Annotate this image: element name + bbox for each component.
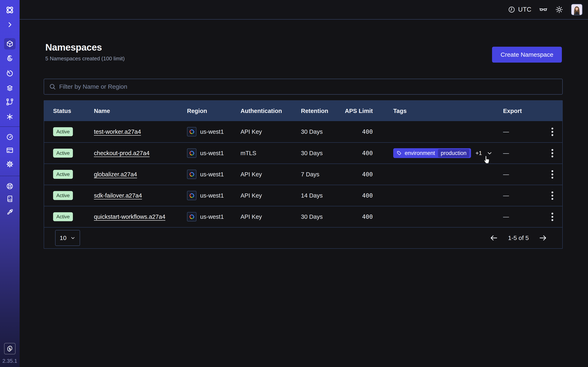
row-menu-button[interactable] [544,128,562,136]
rocket-icon [6,208,13,216]
region-label: us-west1 [200,128,224,135]
col-header-status: Status [44,108,94,114]
svg-text:$: $ [9,347,11,351]
region-cell: us-west1 [187,191,241,200]
retention-cell: 14 Days [301,192,337,199]
sidebar-item-namespaces[interactable] [4,38,16,50]
table-body: Active test-worker.a27a4 us-west1 API Ke… [44,121,562,227]
sidebar-item-settings[interactable] [4,158,16,170]
table-row: Active checkout-prod.a27a4 us-west1 mTLS… [44,142,562,164]
sidebar-item-batch-operations[interactable] [4,111,16,123]
col-header-aps-limit: APS Limit [337,108,373,114]
col-header-region: Region [187,108,241,114]
region-cell: us-west1 [187,170,241,179]
tags-expand-chevron-icon[interactable] [486,150,493,156]
region-cell: us-west1 [187,212,241,221]
tags-cell: environment production +1 [373,148,503,158]
sidebar-item-nexus[interactable] [4,53,16,64]
namespace-link[interactable]: quickstart-workflows.a27a4 [94,213,165,220]
namespace-link[interactable]: sdk-failover.a27a4 [94,192,142,199]
table-row: Active quickstart-workflows.a27a4 us-wes… [44,206,562,227]
status-badge: Active [53,212,73,221]
tags-group: environment production +1 [393,148,503,158]
asterisk-icon [6,113,13,120]
status-cell: Active [44,212,94,221]
tag-chip[interactable]: environment production [393,148,471,158]
user-avatar[interactable] [571,4,582,15]
arrow-left-icon [490,234,498,242]
sidebar-item-getting-started[interactable] [4,206,16,218]
timezone-selector[interactable]: UTC [508,6,531,13]
filter-bar [44,79,563,95]
page-size-value: 10 [60,234,66,242]
chevron-down-icon [70,235,76,241]
col-header-name: Name [94,108,187,114]
auth-cell: API Key [241,128,301,135]
retention-cell: 30 Days [301,213,337,220]
sidebar-item-schedules[interactable] [4,68,16,79]
topbar: UTC [20,0,588,20]
auth-cell: API Key [241,213,301,220]
row-menu-button[interactable] [544,213,562,221]
export-cell: — [503,128,544,135]
clock-icon [508,6,515,13]
col-header-authentication: Authentication [241,108,301,114]
pager-range: 1-5 of 5 [508,234,529,242]
actions-cell [544,128,562,136]
temporal-logo-icon[interactable] [4,4,16,16]
sidebar-expand-chevron-icon[interactable] [4,19,16,30]
status-cell: Active [44,191,94,200]
name-cell: quickstart-workflows.a27a4 [94,213,187,220]
name-cell: test-worker.a27a4 [94,128,187,135]
aps-limit-cell: 400 [337,171,373,178]
glasses-icon [539,6,547,14]
sidebar-item-docs[interactable] [4,193,16,205]
col-header-export: Export [503,108,544,114]
page-title: Namespaces [45,42,125,53]
status-cell: Active [44,127,94,136]
filter-input[interactable] [59,83,557,90]
sidebar-item-support[interactable] [4,180,16,192]
theme-toggle[interactable] [555,6,563,14]
sidebar-item-usage[interactable] [4,131,16,143]
row-menu-button[interactable] [544,170,562,179]
labs-toggle[interactable] [539,6,547,14]
table-row: Active sdk-failover.a27a4 us-west1 API K… [44,185,562,206]
next-page-button[interactable] [539,234,547,242]
col-header-retention: Retention [301,108,337,114]
pager: 1-5 of 5 [490,234,547,242]
actions-cell [544,149,562,157]
sidebar-item-deployments[interactable] [4,83,16,94]
namespace-link[interactable]: globalizer.a27a4 [94,171,137,178]
tag-key: environment [405,150,435,156]
namespace-link[interactable]: test-worker.a27a4 [94,128,141,135]
aps-limit-cell: 400 [337,192,373,199]
table-row: Active globalizer.a27a4 us-west1 API Key… [44,164,562,185]
status-badge: Active [53,191,73,200]
sidebar-item-billing[interactable] [4,145,16,156]
pricing-button[interactable]: $ [4,343,16,354]
export-cell: — [503,213,544,220]
tags-more: +1 [476,150,482,156]
create-namespace-button[interactable]: Create Namespace [492,47,562,63]
settings-gear-icon [6,160,14,168]
region-label: us-west1 [200,171,224,178]
ui-version: 2.35.1 [0,358,20,364]
namespace-link[interactable]: checkout-prod.a27a4 [94,150,149,156]
nexus-icon [6,55,13,62]
row-menu-button[interactable] [544,192,562,200]
actions-cell [544,213,562,221]
page-size-select[interactable]: 10 [55,230,80,246]
gcp-icon [187,127,196,136]
region-cell: us-west1 [187,149,241,158]
countdown-clock-icon [6,70,13,77]
row-menu-button[interactable] [544,149,562,157]
name-cell: checkout-prod.a27a4 [94,150,187,157]
billing-card-icon [6,147,13,154]
aps-limit-cell: 400 [337,128,373,135]
table-row: Active test-worker.a27a4 us-west1 API Ke… [44,121,562,142]
sidebar-item-workflows[interactable] [4,96,16,108]
table-pagination: 10 1-5 of 5 [44,227,562,248]
prev-page-button[interactable] [490,234,498,242]
actions-cell [544,192,562,200]
